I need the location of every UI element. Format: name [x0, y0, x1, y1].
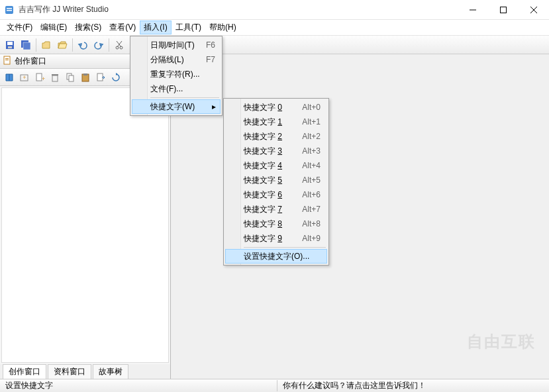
quicktext-item-4[interactable]: 快捷文字 4Alt+4: [225, 158, 327, 173]
quicktext-submenu: 快捷文字 0Alt+0快捷文字 1Alt+1快捷文字 2Alt+2快捷文字 3A…: [223, 98, 329, 266]
export-icon[interactable]: [94, 71, 107, 84]
svg-text:+: +: [23, 74, 26, 81]
menu-quick-text[interactable]: 快捷文字(W) ▸: [132, 99, 221, 114]
svg-rect-17: [5, 58, 9, 59]
app-icon: [4, 5, 15, 15]
svg-rect-23: [52, 75, 58, 81]
menu-edit[interactable]: 编辑(E): [36, 21, 71, 34]
svg-rect-1: [7, 8, 12, 9]
quicktext-item-1[interactable]: 快捷文字 1Alt+1: [225, 115, 327, 129]
status-right[interactable]: 你有什么建议吗？请点击这里告诉我们！: [277, 380, 431, 391]
statusbar: 设置快捷文字 你有什么建议吗？请点击这里告诉我们！: [0, 379, 549, 392]
menu-search[interactable]: 搜索(S): [71, 21, 105, 34]
quicktext-item-2[interactable]: 快捷文字 2Alt+2: [225, 129, 327, 144]
minimize-button[interactable]: [458, 0, 488, 20]
book-icon[interactable]: [3, 71, 16, 84]
svg-rect-18: [5, 60, 9, 60]
svg-rect-24: [52, 74, 58, 75]
main-toolbar: [0, 36, 549, 54]
window-title: 吉吉写作 JJ Writer Studio: [19, 4, 458, 15]
quicktext-item-9[interactable]: 快捷文字 9Alt+9: [225, 231, 327, 246]
menu-datetime[interactable]: 日期/时间(T) F6: [132, 38, 221, 52]
menu-repeat-char[interactable]: 重复字符(R)...: [132, 67, 221, 81]
menubar: 文件(F) 编辑(E) 搜索(S) 查看(V) 插入(I) 工具(T) 帮助(H…: [0, 20, 549, 36]
menu-insert[interactable]: 插入(I): [140, 21, 171, 34]
quicktext-item-3[interactable]: 快捷文字 3Alt+3: [225, 144, 327, 158]
insert-dropdown: 日期/时间(T) F6 分隔线(L) F7 重复字符(R)... 文件(F)..…: [130, 36, 223, 116]
submenu-arrow-icon: ▸: [212, 102, 216, 111]
svg-rect-28: [83, 74, 87, 75]
titlebar: 吉吉写作 JJ Writer Studio: [0, 0, 549, 20]
cut-icon[interactable]: [112, 38, 126, 52]
close-button[interactable]: [519, 0, 549, 20]
svg-rect-11: [23, 42, 30, 50]
menu-divider[interactable]: 分隔线(L) F7: [132, 52, 221, 67]
open-icon[interactable]: [39, 38, 54, 52]
quicktext-item-5[interactable]: 快捷文字 5Alt+5: [225, 173, 327, 187]
maximize-button[interactable]: [488, 0, 519, 20]
menu-insert-file[interactable]: 文件(F)...: [132, 81, 221, 96]
panel-title: 创作窗口: [15, 56, 46, 67]
svg-rect-26: [69, 75, 74, 81]
delete-icon[interactable]: [48, 71, 62, 84]
tab-creation[interactable]: 创作窗口: [3, 364, 46, 379]
refresh-icon[interactable]: [109, 71, 123, 84]
quicktext-item-6[interactable]: 快捷文字 6Alt+6: [225, 187, 327, 202]
menu-help[interactable]: 帮助(H): [205, 21, 240, 34]
quicktext-item-0[interactable]: 快捷文字 0Alt+0: [225, 100, 327, 115]
panel-doc-icon: [3, 56, 12, 67]
watermark: 自由互联: [467, 331, 536, 352]
panel-tabs: 创作窗口 资料窗口 故事树: [0, 364, 170, 379]
quicktext-item-7[interactable]: 快捷文字 7Alt+7: [225, 202, 327, 217]
menu-file[interactable]: 文件(F): [3, 21, 36, 34]
save-all-icon[interactable]: [19, 38, 33, 52]
svg-rect-9: [8, 46, 12, 48]
svg-rect-21: [36, 74, 42, 81]
tab-story[interactable]: 故事树: [93, 364, 128, 379]
new-doc-icon[interactable]: +: [33, 71, 46, 84]
copy-icon[interactable]: [64, 71, 77, 84]
status-left: 设置快捷文字: [0, 380, 277, 391]
svg-rect-8: [7, 42, 13, 45]
tab-resource[interactable]: 资料窗口: [48, 364, 91, 379]
folder-open-icon[interactable]: [55, 38, 70, 52]
menu-configure-quicktext[interactable]: 设置快捷文字(O)...: [225, 249, 327, 264]
new-folder-icon[interactable]: +: [18, 71, 31, 84]
svg-rect-2: [7, 10, 12, 11]
menu-view[interactable]: 查看(V): [105, 21, 140, 34]
svg-rect-4: [501, 7, 507, 13]
quicktext-item-8[interactable]: 快捷文字 8Alt+8: [225, 217, 327, 231]
menu-tools[interactable]: 工具(T): [172, 21, 205, 34]
undo-icon[interactable]: [75, 38, 90, 52]
svg-text:+: +: [42, 75, 45, 82]
paste-icon[interactable]: [79, 71, 92, 84]
svg-rect-29: [97, 74, 103, 81]
save-icon[interactable]: [3, 38, 17, 52]
panel-content[interactable]: [1, 87, 169, 363]
redo-icon[interactable]: [91, 38, 106, 52]
